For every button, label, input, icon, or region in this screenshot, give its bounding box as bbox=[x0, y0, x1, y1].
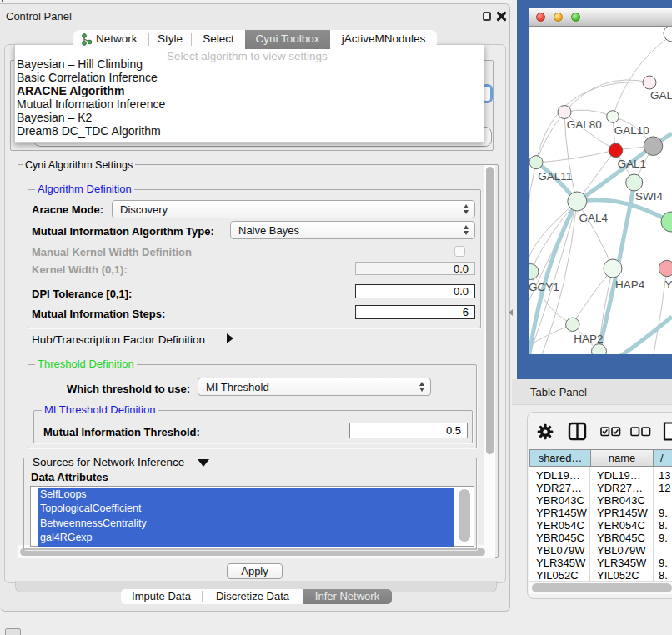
svg-text:HAP4: HAP4 bbox=[615, 278, 645, 291]
svg-text:GAL4: GAL4 bbox=[579, 212, 608, 224]
svg-text:GAL11: GAL11 bbox=[538, 170, 572, 182]
svg-text:HAP2: HAP2 bbox=[574, 332, 603, 345]
svg-text:GAL1: GAL1 bbox=[617, 158, 646, 170]
svg-text:GCY1: GCY1 bbox=[529, 281, 559, 293]
svg-text:Y: Y bbox=[665, 278, 672, 291]
svg-text:SWI4: SWI4 bbox=[635, 190, 663, 202]
svg-text:GAL: GAL bbox=[650, 89, 672, 102]
svg-text:GAL10: GAL10 bbox=[614, 124, 649, 137]
svg-text:GAL80: GAL80 bbox=[567, 118, 602, 131]
